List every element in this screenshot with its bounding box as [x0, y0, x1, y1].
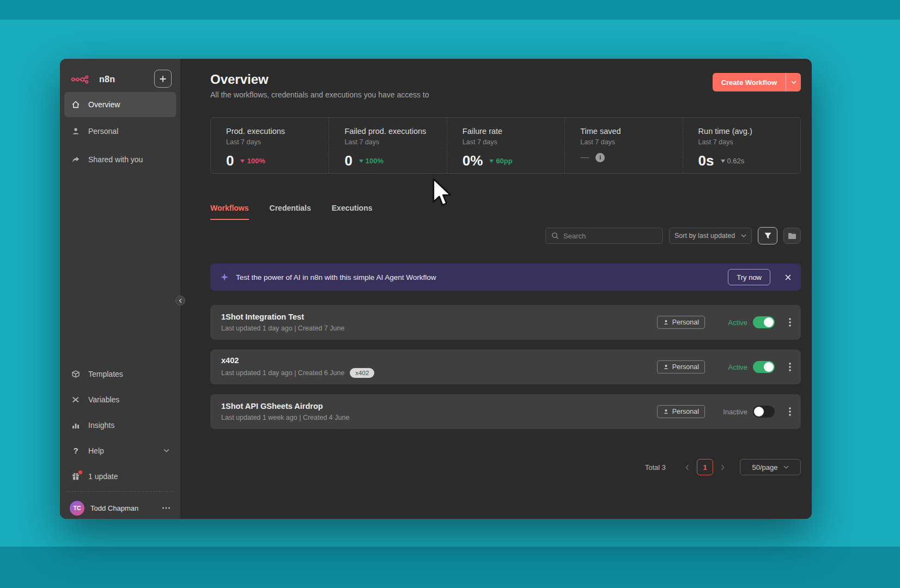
workflow-info: x402 Last updated 1 day ago | Created 6 … — [221, 356, 657, 378]
sidebar-nav-bottom: Templates Variables Insights ? Help — [60, 361, 180, 489]
search-input[interactable] — [563, 232, 657, 240]
page-size-dropdown[interactable]: 50/page — [740, 459, 801, 475]
active-toggle[interactable] — [753, 361, 775, 373]
chevron-down-icon — [741, 234, 746, 237]
workflow-row[interactable]: 1Shot Integration Test Last updated 1 da… — [210, 305, 801, 340]
workflow-info: 1Shot Integration Test Last updated 1 da… — [221, 313, 657, 332]
sidebar-item-help[interactable]: ? Help — [60, 438, 180, 463]
workflow-name: 1Shot API GSheets Airdrop — [221, 402, 657, 411]
toggle-knob — [754, 407, 764, 416]
stats-summary: Prod. executions Last 7 days 0 100% Fail… — [210, 117, 801, 174]
stat-title: Time saved — [580, 127, 682, 136]
stat-title: Prod. executions — [226, 127, 329, 136]
workflow-row[interactable]: x402 Last updated 1 day ago | Created 6 … — [210, 350, 801, 384]
sidebar: n8n Overview Personal — [60, 59, 180, 519]
sidebar-item-label: Shared with you — [88, 155, 143, 164]
prev-page-icon[interactable] — [685, 464, 689, 470]
sidebar-item-insights[interactable]: Insights — [60, 412, 180, 438]
page-size-label: 50/page — [752, 463, 778, 471]
sort-label: Sort by last updated — [674, 232, 735, 240]
desktop-background: { "sidebar": { "logo": "n8n", "items_top… — [0, 0, 900, 588]
stat-title: Failure rate — [463, 127, 564, 136]
user-name: Todd Chapman — [90, 504, 156, 512]
tab-credentials[interactable]: Credentials — [270, 204, 311, 220]
workflow-row[interactable]: 1Shot API GSheets Airdrop Last updated 1… — [210, 394, 801, 429]
dots-vertical-icon[interactable] — [789, 363, 791, 371]
sidebar-item-label: 1 update — [88, 472, 118, 481]
search-box[interactable] — [545, 228, 663, 244]
page-title: Overview — [210, 72, 269, 87]
create-workflow-caret[interactable] — [786, 73, 801, 91]
next-page-icon[interactable] — [721, 464, 725, 470]
pagination: Total 3 1 50/page — [645, 459, 801, 475]
main-content: Overview All the workflows, credentials … — [180, 59, 812, 519]
status-label: Active — [719, 363, 747, 371]
active-toggle[interactable] — [753, 406, 775, 418]
avatar: TC — [70, 501, 84, 516]
sidebar-item-templates[interactable]: Templates — [60, 361, 180, 387]
stat-time-saved: Time saved Last 7 days — i — [564, 118, 682, 173]
stat-title: Failed prod. executions — [344, 127, 446, 136]
try-now-button[interactable]: Try now — [728, 269, 770, 285]
stat-value: 0 — [344, 152, 352, 169]
sidebar-divider — [66, 491, 174, 492]
active-toggle[interactable] — [753, 316, 775, 328]
sidebar-item-updates[interactable]: 1 update — [60, 463, 180, 489]
triangle-down-icon — [359, 160, 363, 163]
dots-vertical-icon[interactable] — [789, 318, 791, 327]
content-tabs: Workflows Credentials Executions — [210, 204, 372, 220]
sidebar-nav-top: Overview Personal Shared with you — [60, 92, 180, 174]
dots-horizontal-icon[interactable] — [162, 507, 171, 509]
close-icon[interactable] — [785, 274, 791, 280]
stat-title: Run time (avg.) — [698, 127, 800, 136]
funnel-icon — [764, 232, 772, 240]
stat-delta: 100% — [359, 157, 384, 165]
page-number-button[interactable]: 1 — [697, 459, 713, 475]
stat-delta: 60pp — [489, 157, 512, 165]
sidebar-item-shared-with-you[interactable]: Shared with you — [60, 145, 180, 174]
sidebar-item-label: Variables — [88, 395, 119, 404]
app-window: n8n Overview Personal — [60, 59, 812, 519]
search-icon — [551, 232, 559, 240]
sidebar-item-variables[interactable]: Variables — [60, 387, 180, 412]
user-menu[interactable]: TC Todd Chapman — [60, 497, 180, 519]
triangle-down-icon — [489, 160, 494, 163]
sparkles-icon — [220, 273, 229, 281]
logo-row: n8n — [71, 70, 172, 89]
sidebar-collapse-button[interactable] — [175, 296, 185, 305]
plus-icon — [159, 75, 167, 83]
notification-dot — [78, 470, 82, 474]
workflow-tag[interactable]: x402 — [350, 368, 374, 378]
dots-vertical-icon[interactable] — [789, 407, 791, 416]
stat-period: Last 7 days — [226, 138, 329, 146]
filter-button[interactable] — [758, 227, 777, 244]
workflow-info: 1Shot API GSheets Airdrop Last updated 1… — [221, 402, 657, 421]
package-icon — [71, 370, 81, 378]
user-icon — [71, 127, 81, 136]
sidebar-item-personal[interactable]: Personal — [60, 117, 180, 145]
workflow-name: 1Shot Integration Test — [221, 313, 657, 321]
stat-value: 0 — [226, 152, 234, 169]
owner-badge: Personal — [657, 360, 705, 373]
tab-workflows[interactable]: Workflows — [210, 204, 249, 220]
sidebar-item-overview[interactable]: Overview — [64, 92, 176, 117]
status-label: Active — [719, 318, 747, 327]
add-workflow-button[interactable] — [154, 70, 172, 88]
workflow-meta: Last updated 1 day ago | Created 6 June — [221, 369, 344, 377]
ai-promo-banner: Test the power of AI in n8n with this si… — [210, 264, 801, 291]
banner-message: Test the power of AI in n8n with this si… — [236, 273, 721, 281]
tab-executions[interactable]: Executions — [332, 204, 373, 220]
info-icon[interactable]: i — [595, 153, 605, 162]
workflow-meta: Last updated 1 week ago | Created 4 June — [221, 414, 349, 421]
create-workflow-button[interactable]: Create Workflow — [713, 73, 801, 91]
stat-delta: 0.62s — [721, 157, 745, 165]
triangle-down-icon — [721, 160, 725, 163]
toggle-knob — [764, 362, 774, 372]
new-folder-button[interactable] — [783, 228, 801, 244]
toggle-knob — [764, 317, 774, 327]
sort-dropdown[interactable]: Sort by last updated — [669, 228, 752, 244]
stat-period: Last 7 days — [463, 138, 564, 146]
create-workflow-label[interactable]: Create Workflow — [713, 73, 786, 91]
owner-badge: Personal — [657, 316, 705, 329]
list-toolbar: Sort by last updated — [210, 226, 801, 245]
